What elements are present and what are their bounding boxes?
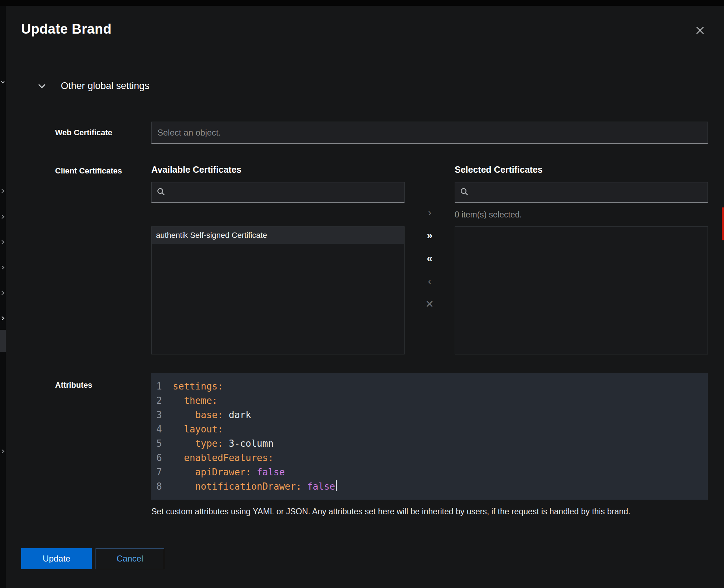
available-search xyxy=(151,182,405,203)
available-certificates-pane: Available Certificates authentik Self-si… xyxy=(151,164,405,354)
available-status xyxy=(151,203,405,226)
selected-certificates-header: Selected Certificates xyxy=(455,164,708,175)
section-label: Other global settings xyxy=(61,80,150,92)
code-line: 2 theme: xyxy=(151,393,708,408)
background-active-nav-item xyxy=(0,330,6,352)
client-certificates-row: Client Certificates Available Certificat… xyxy=(55,164,708,354)
clear-button[interactable]: ✕ xyxy=(419,297,440,312)
chevron-right-icon xyxy=(0,265,5,272)
code-line: 7 apiDrawer: false xyxy=(151,465,708,479)
code-line: 8 notificationDrawer: false xyxy=(151,479,708,494)
client-certificates-label: Client Certificates xyxy=(55,164,151,354)
line-number: 6 xyxy=(156,451,163,465)
selected-certificates-pane: Selected Certificates 0 item(s) selected… xyxy=(455,164,708,354)
update-brand-modal: Update Brand Other global settings Web C… xyxy=(6,6,724,588)
add-selected-button[interactable]: › xyxy=(419,205,440,220)
code-line: 4 layout: xyxy=(151,422,708,436)
section-other-global-settings[interactable]: Other global settings xyxy=(38,80,150,92)
text-cursor xyxy=(336,480,337,491)
cancel-button[interactable]: Cancel xyxy=(96,548,164,569)
modal-footer: Update Cancel xyxy=(6,548,724,569)
chevron-right-icon xyxy=(0,239,5,246)
line-number: 1 xyxy=(156,379,163,393)
web-certificate-row: Web Certificate xyxy=(55,122,708,144)
attributes-label: Attributes xyxy=(55,373,151,517)
close-button[interactable] xyxy=(693,24,707,37)
transfer-controls: ›»«‹✕ xyxy=(405,164,455,354)
search-icon xyxy=(460,187,469,197)
add-all-button[interactable]: » xyxy=(419,228,440,243)
chevron-right-icon xyxy=(0,188,5,195)
line-number: 4 xyxy=(156,422,163,436)
background-sidebar-edge xyxy=(0,6,6,588)
remove-selected-button[interactable]: ‹ xyxy=(419,274,440,289)
line-number: 5 xyxy=(156,436,163,451)
list-item[interactable]: authentik Self-signed Certificate xyxy=(152,227,404,244)
attributes-field: 1settings:2 theme:3 base: dark4 layout:5… xyxy=(151,373,708,517)
available-certificates-list[interactable]: authentik Self-signed Certificate xyxy=(151,226,405,354)
selected-certificates-list[interactable] xyxy=(455,226,708,354)
selected-search-input[interactable] xyxy=(473,188,703,197)
selected-search xyxy=(455,182,708,203)
close-icon xyxy=(695,31,705,36)
line-number: 2 xyxy=(156,393,163,408)
chevron-down-icon xyxy=(0,79,5,86)
modal-title: Update Brand xyxy=(21,21,112,37)
line-number: 3 xyxy=(156,408,163,422)
update-brand-form: Web Certificate Client Certificates Avai… xyxy=(6,122,724,517)
chevron-down-icon xyxy=(38,84,46,89)
chevron-right-icon xyxy=(0,214,5,221)
code-line: 3 base: dark xyxy=(151,408,708,422)
chevron-right-icon xyxy=(0,290,5,297)
background-alert-edge xyxy=(722,207,724,240)
attributes-help-text: Set custom attributes using YAML or JSON… xyxy=(151,506,708,517)
code-line: 1settings: xyxy=(151,379,708,393)
attributes-code-editor[interactable]: 1settings:2 theme:3 base: dark4 layout:5… xyxy=(151,373,708,500)
dual-list-selector: Available Certificates authentik Self-si… xyxy=(151,164,708,354)
code-line: 5 type: 3-column xyxy=(151,436,708,451)
chevron-right-icon xyxy=(0,315,5,323)
line-number: 8 xyxy=(156,479,163,494)
available-certificates-header: Available Certificates xyxy=(151,164,405,175)
available-search-input[interactable] xyxy=(170,188,399,197)
web-certificate-label: Web Certificate xyxy=(55,128,151,137)
modal-header: Update Brand xyxy=(6,6,724,37)
remove-all-button[interactable]: « xyxy=(419,251,440,266)
line-number: 7 xyxy=(156,465,163,479)
attributes-row: Attributes 1settings:2 theme:3 base: dar… xyxy=(55,373,708,517)
search-icon xyxy=(157,187,165,197)
code-line: 6 enabledFeatures: xyxy=(151,451,708,465)
chevron-right-icon xyxy=(0,449,5,456)
update-button[interactable]: Update xyxy=(21,548,92,569)
selected-status: 0 item(s) selected. xyxy=(455,203,708,226)
web-certificate-select[interactable] xyxy=(151,122,708,144)
